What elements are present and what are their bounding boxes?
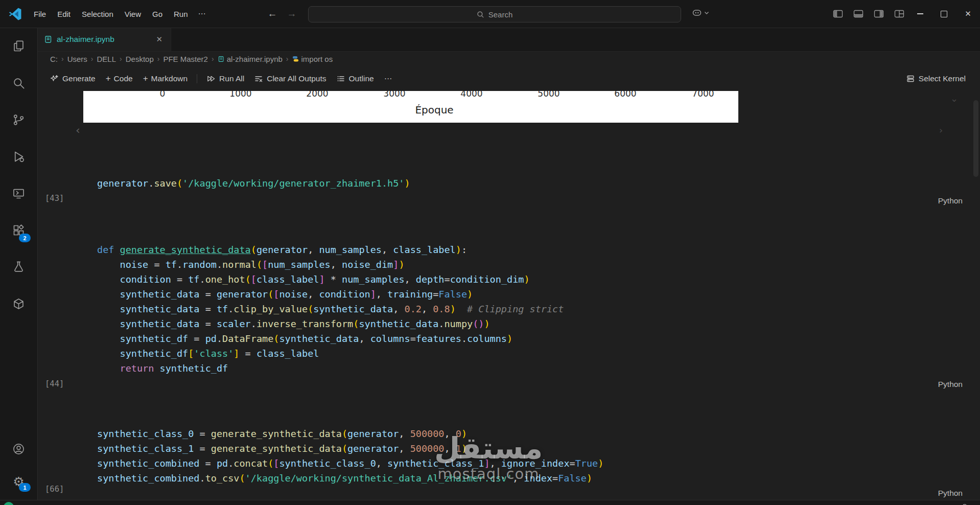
vscode-window: File Edit Selection View Go Run ⋯ ← → Se… — [0, 0, 980, 505]
python-icon — [292, 56, 299, 62]
toolbar-more-button[interactable]: ⋯ — [379, 71, 398, 87]
tab-label: al-zhaimer.ipynb — [57, 35, 114, 44]
maximize-icon — [941, 11, 947, 17]
close-button[interactable]: ✕ — [956, 0, 980, 28]
search-input[interactable]: Search — [308, 6, 681, 22]
activity-bar: 2 ⚙ 1 — [0, 28, 38, 505]
menu-view[interactable]: View — [119, 7, 147, 21]
search-sidebar-icon — [12, 76, 26, 90]
clear-all-outputs-button[interactable]: Clear All Outputs — [249, 71, 331, 87]
sidebar-item-explorer[interactable] — [0, 28, 37, 64]
cell-output-chart: Époque 01000200030004000500060007000 — [83, 91, 738, 123]
breadcrumb-separator: › — [91, 55, 94, 63]
language-label-44[interactable]: Python — [938, 380, 963, 389]
add-markdown-button[interactable]: + Markdown — [138, 70, 193, 87]
chart-xlabel: Époque — [415, 104, 453, 116]
code-line[interactable]: return synthetic_df — [97, 361, 564, 376]
code-line[interactable]: synthetic_combined = pd.concat([syntheti… — [97, 456, 603, 471]
customize-layout-icon[interactable] — [890, 5, 908, 23]
outline-button[interactable]: Outline — [332, 71, 379, 87]
copilot-icon — [691, 7, 703, 19]
menu-bar: File Edit Selection View Go Run ⋯ — [28, 7, 211, 21]
status-bar-right: Cell 1 of 65 — [911, 503, 980, 505]
settings-button[interactable]: ⚙ 1 — [0, 465, 37, 498]
problems-button[interactable]: ⊘ 0 △ 6 — [18, 503, 52, 505]
menu-run[interactable]: Run — [168, 7, 194, 21]
language-label-66[interactable]: Python — [938, 489, 963, 498]
breadcrumb-drive[interactable]: C: — [50, 55, 58, 63]
toggle-sidebar-left-icon[interactable] — [829, 5, 847, 23]
breadcrumb-separator: › — [120, 55, 122, 63]
nav-forward-icon[interactable]: → — [284, 7, 299, 21]
breadcrumb-separator: › — [157, 55, 160, 63]
sidebar-item-source-control[interactable] — [0, 101, 37, 138]
editor-scrollbar[interactable] — [973, 100, 978, 177]
search-placeholder: Search — [488, 10, 513, 19]
breadcrumb-pfe-master2[interactable]: PFE Master2 — [163, 55, 208, 63]
x-tick-label: 2000 — [306, 91, 328, 99]
sidebar-item-search[interactable] — [0, 64, 37, 101]
code-line[interactable]: noise = tf.random.normal([num_samples, n… — [97, 257, 564, 272]
execution-count-44: [44] — [45, 379, 68, 388]
outline-list-icon — [337, 75, 345, 83]
code-line[interactable]: synthetic_class_0 = generate_synthetic_d… — [97, 426, 603, 441]
tab-close-icon[interactable]: ✕ — [154, 34, 165, 45]
generate-button[interactable]: Generate — [45, 71, 101, 87]
output-scroll-left-icon[interactable]: ‹ — [76, 124, 80, 136]
sidebar-item-package[interactable] — [0, 285, 37, 322]
cell-indicator[interactable]: Cell 1 of 65 — [911, 503, 952, 505]
menu-more-icon[interactable]: ⋯ — [194, 7, 211, 21]
explorer-icon — [12, 39, 26, 53]
add-code-button[interactable]: + Code — [101, 70, 138, 87]
breadcrumb-dell[interactable]: DELL — [97, 55, 116, 63]
breadcrumb-separator: › — [212, 55, 214, 63]
sidebar-item-testing[interactable] — [0, 248, 37, 285]
menu-selection[interactable]: Selection — [76, 7, 119, 21]
output-scroll-right-icon[interactable]: › — [939, 125, 943, 135]
select-kernel-button[interactable]: Select Kernel — [901, 71, 971, 87]
code-editor-cell-66[interactable]: synthetic_class_0 = generate_synthetic_d… — [97, 426, 603, 486]
code-line[interactable]: def generate_synthetic_data(generator, n… — [97, 242, 564, 257]
warning-count: 6 — [44, 503, 48, 505]
x-tick-label: 0 — [160, 91, 166, 99]
code-line[interactable]: synthetic_data = generator([noise, condi… — [97, 287, 564, 302]
code-editor-cell-44[interactable]: def generate_synthetic_data(generator, n… — [97, 242, 564, 376]
nav-back-icon[interactable]: ← — [265, 7, 280, 21]
code-line[interactable]: synthetic_df['class'] = class_label — [97, 346, 564, 361]
accounts-button[interactable] — [0, 432, 37, 465]
cell-collapse-icon[interactable]: ⌄ — [950, 93, 958, 104]
tab-al-zhaimer-ipynb[interactable]: al-zhaimer.ipynb ✕ — [38, 28, 171, 51]
code-line[interactable]: synthetic_data = scaler.inverse_transfor… — [97, 316, 564, 331]
minimize-button[interactable] — [908, 0, 932, 28]
menu-go[interactable]: Go — [147, 7, 168, 21]
sidebar-item-remote-explorer[interactable] — [0, 175, 37, 212]
notebook-toolbar: Generate + Code + Markdown Run All Clear… — [38, 66, 980, 91]
run-all-button[interactable]: Run All — [201, 71, 249, 87]
remote-indicator[interactable]: ›‹ — [4, 502, 14, 505]
minimize-icon — [917, 13, 923, 14]
code-line[interactable]: synthetic_combined.to_csv('/kaggle/worki… — [97, 471, 603, 486]
code-line[interactable]: condition = tf.one_hot([class_label] * n… — [97, 272, 564, 287]
toggle-sidebar-right-icon[interactable] — [870, 5, 888, 23]
menu-edit[interactable]: Edit — [52, 7, 76, 21]
maximize-button[interactable] — [932, 0, 956, 28]
breadcrumb-file[interactable]: al-zhaimer.ipynb — [218, 55, 283, 63]
code-editor-cell-43[interactable]: generator.save('/kaggle/working/generato… — [97, 176, 410, 191]
account-icon — [12, 442, 26, 456]
layout-controls — [829, 0, 908, 28]
language-label-43[interactable]: Python — [938, 196, 963, 205]
breadcrumb-cell[interactable]: import os — [292, 55, 333, 63]
breadcrumb-users[interactable]: Users — [67, 55, 87, 63]
sidebar-item-run-debug[interactable] — [0, 138, 37, 175]
code-line[interactable]: synthetic_data = tf.clip_by_value(synthe… — [97, 302, 564, 316]
breadcrumb-desktop[interactable]: Desktop — [126, 55, 154, 63]
code-line[interactable]: generator.save('/kaggle/working/generato… — [97, 176, 410, 191]
code-line[interactable]: synthetic_class_1 = generate_synthetic_d… — [97, 441, 603, 456]
copilot-button[interactable] — [691, 7, 709, 19]
code-line[interactable]: synthetic_df = pd.DataFrame(synthetic_da… — [97, 331, 564, 346]
x-tick-label: 3000 — [383, 91, 405, 99]
menu-file[interactable]: File — [28, 7, 52, 21]
toggle-panel-icon[interactable] — [849, 5, 868, 23]
sidebar-item-extensions[interactable]: 2 — [0, 212, 37, 248]
errors-icon: ⊘ — [21, 503, 27, 505]
